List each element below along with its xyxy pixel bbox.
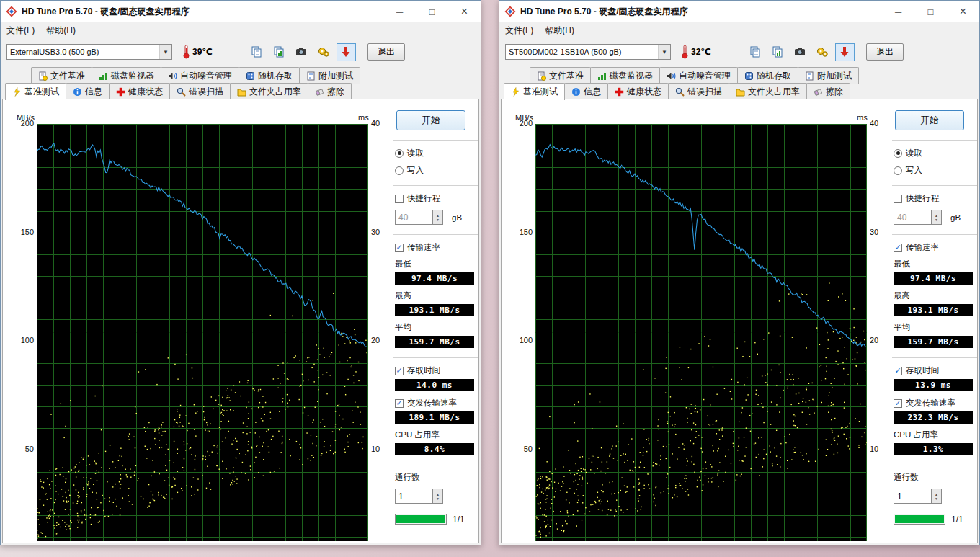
transfer-rate-checkbox[interactable]: 传输速率 bbox=[894, 242, 977, 253]
tab-info[interactable]: 信息 bbox=[564, 83, 608, 99]
left-axis-tick: 100 bbox=[14, 336, 34, 344]
chevron-down-icon[interactable] bbox=[658, 45, 670, 59]
close-button[interactable]: × bbox=[947, 1, 979, 22]
tab-file-benchmark[interactable]: 文件基准 bbox=[31, 67, 92, 84]
access-time-checkbox[interactable]: 存取时间 bbox=[395, 365, 478, 376]
tab-folder-usage[interactable]: 文件夹占用率 bbox=[230, 83, 308, 99]
passes-spinner[interactable] bbox=[931, 489, 942, 504]
gears-icon bbox=[317, 45, 330, 58]
copy-pages-icon bbox=[250, 45, 263, 58]
tab-error-scan[interactable]: 错误扫描 bbox=[169, 83, 231, 99]
tab-random-access[interactable]: 随机存取 bbox=[737, 67, 798, 84]
health-cross-icon bbox=[116, 87, 125, 97]
minimize-button[interactable]: ─ bbox=[383, 1, 416, 22]
transfer-rate-checkbox[interactable]: 传输速率 bbox=[395, 242, 478, 253]
short-stroke-spinner[interactable] bbox=[432, 210, 443, 225]
access-time-checkbox[interactable]: 存取时间 bbox=[894, 365, 977, 376]
tab-label: 磁盘监视器 bbox=[111, 70, 154, 82]
spinner-down-icon[interactable] bbox=[935, 496, 938, 501]
tab-file-benchmark[interactable]: 文件基准 bbox=[530, 67, 591, 84]
close-button[interactable]: × bbox=[448, 1, 481, 22]
read-radio[interactable]: 读取 bbox=[395, 148, 478, 159]
camera-button[interactable] bbox=[790, 43, 810, 61]
menu-help[interactable]: 帮助(H) bbox=[539, 22, 580, 39]
burst-rate-checkbox[interactable]: 突发传输速率 bbox=[395, 398, 478, 409]
tab-disk-monitor[interactable]: 磁盘监视器 bbox=[92, 67, 161, 84]
max-value: 193.1 MB/s bbox=[395, 304, 474, 316]
tab-folder-usage[interactable]: 文件夹占用率 bbox=[729, 83, 807, 99]
tab-benchmark[interactable]: 基准测试 bbox=[5, 83, 66, 100]
left-axis-tick: 50 bbox=[14, 445, 34, 453]
tab-random-access[interactable]: 随机存取 bbox=[239, 67, 300, 84]
progress-bar bbox=[894, 514, 945, 525]
save-results-button[interactable] bbox=[337, 43, 356, 61]
drive-select[interactable]: ExternalUSB3.0 (500 gB) bbox=[6, 44, 172, 60]
write-radio[interactable]: 写入 bbox=[894, 165, 977, 176]
dice-icon bbox=[744, 71, 754, 81]
exit-button[interactable]: 退出 bbox=[866, 43, 904, 61]
spinner-down-icon[interactable] bbox=[436, 218, 440, 222]
tab-label: 擦除 bbox=[826, 86, 843, 98]
tab-info[interactable]: 信息 bbox=[66, 83, 110, 99]
tab-aam[interactable]: 自动噪音管理 bbox=[659, 67, 738, 84]
burst-rate-label: 突发传输速率 bbox=[407, 398, 457, 409]
tab-disk-monitor[interactable]: 磁盘监视器 bbox=[590, 67, 660, 84]
maximize-button[interactable]: □ bbox=[416, 1, 448, 22]
tab-health[interactable]: 健康状态 bbox=[109, 83, 170, 99]
minimize-button[interactable]: ─ bbox=[882, 1, 914, 22]
spinner-down-icon[interactable] bbox=[935, 218, 938, 222]
spinner-down-icon[interactable] bbox=[436, 496, 440, 501]
save-results-button[interactable] bbox=[835, 43, 855, 61]
short-stroke-spinner[interactable] bbox=[931, 210, 942, 225]
copy-chart-button[interactable] bbox=[270, 43, 289, 61]
short-stroke-size-input[interactable] bbox=[395, 210, 432, 225]
right-axis-tick: 30 bbox=[371, 228, 380, 236]
tab-extra-tests[interactable]: 附加测试 bbox=[798, 67, 859, 84]
read-radio[interactable]: 读取 bbox=[894, 148, 977, 159]
info-icon bbox=[571, 87, 581, 97]
write-radio[interactable]: 写入 bbox=[395, 165, 478, 176]
menu-bar: 文件(F) 帮助(H) bbox=[1, 22, 481, 38]
passes-spinner[interactable] bbox=[432, 489, 443, 504]
benchmark-icon bbox=[12, 87, 22, 97]
menu-file[interactable]: 文件(F) bbox=[1, 22, 40, 39]
passes-input[interactable] bbox=[894, 489, 931, 504]
min-label: 最低 bbox=[894, 259, 977, 269]
tab-error-scan[interactable]: 错误扫描 bbox=[668, 83, 729, 99]
access-time-label: 存取时间 bbox=[906, 365, 939, 376]
read-radio-label: 读取 bbox=[906, 148, 922, 159]
toolbar-buttons bbox=[247, 43, 356, 61]
short-stroke-size-input[interactable] bbox=[894, 210, 931, 225]
options-button[interactable] bbox=[813, 43, 832, 61]
tab-erase[interactable]: 擦除 bbox=[806, 83, 850, 99]
menu-help[interactable]: 帮助(H) bbox=[40, 22, 81, 39]
chevron-down-icon[interactable] bbox=[159, 45, 172, 59]
tab-erase[interactable]: 擦除 bbox=[308, 83, 352, 99]
short-stroke-checkbox[interactable]: 快捷行程 bbox=[395, 193, 478, 204]
passes-input[interactable] bbox=[395, 489, 432, 504]
exit-button[interactable]: 退出 bbox=[368, 43, 405, 61]
file-benchmark-icon bbox=[537, 71, 546, 81]
tab-aam[interactable]: 自动噪音管理 bbox=[161, 67, 239, 84]
tab-extra-tests[interactable]: 附加测试 bbox=[299, 67, 360, 84]
window-title: HD Tune Pro 5.70 - 硬盘/固态硬盘实用程序 bbox=[520, 6, 882, 18]
thermometer-icon bbox=[182, 45, 190, 59]
camera-button[interactable] bbox=[292, 43, 311, 61]
drive-select[interactable]: ST500DM002-1SB10A (500 gB) bbox=[505, 44, 671, 60]
cpu-usage-value: 8.4% bbox=[395, 443, 474, 455]
tab-benchmark[interactable]: 基准测试 bbox=[504, 83, 565, 100]
start-button[interactable]: 开始 bbox=[895, 110, 964, 130]
options-button[interactable] bbox=[314, 43, 334, 61]
menu-file[interactable]: 文件(F) bbox=[499, 22, 539, 39]
copy-pages-button[interactable] bbox=[247, 43, 267, 61]
copy-pages-icon bbox=[749, 45, 762, 58]
maximize-button[interactable]: □ bbox=[914, 1, 947, 22]
copy-chart-button[interactable] bbox=[768, 43, 788, 61]
burst-rate-checkbox[interactable]: 突发传输速率 bbox=[894, 398, 977, 409]
tab-health[interactable]: 健康状态 bbox=[607, 83, 669, 99]
write-radio-label: 写入 bbox=[407, 165, 424, 176]
short-stroke-size-row: gB bbox=[894, 210, 977, 225]
copy-pages-button[interactable] bbox=[746, 43, 765, 61]
start-button[interactable]: 开始 bbox=[396, 110, 466, 130]
short-stroke-checkbox[interactable]: 快捷行程 bbox=[894, 193, 977, 204]
